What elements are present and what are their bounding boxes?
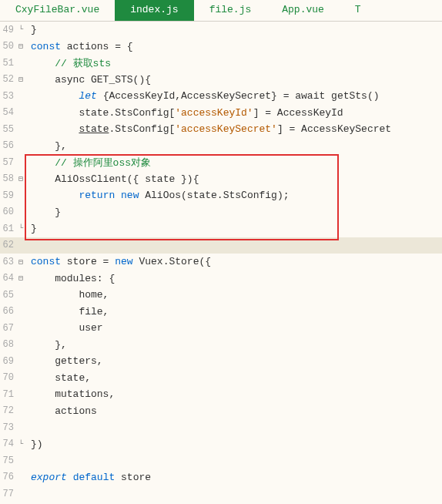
- code-line[interactable]: 65 home,: [0, 287, 442, 304]
- code-line[interactable]: 74└}): [0, 436, 442, 453]
- line-number: 72: [0, 405, 15, 416]
- line-number: 54: [0, 107, 15, 118]
- line-number: 77: [0, 489, 15, 499]
- fold-marker[interactable]: └: [15, 440, 26, 449]
- code-line[interactable]: 77: [0, 486, 442, 502]
- fold-marker[interactable]: └: [15, 224, 26, 233]
- code-line[interactable]: 55 state.StsConfig['accessKeySecret'] = …: [0, 121, 442, 138]
- line-number: 69: [0, 356, 15, 367]
- code-line[interactable]: 61└}: [0, 220, 442, 237]
- fold-marker[interactable]: ⊟: [15, 274, 26, 283]
- line-number: 50: [0, 41, 15, 52]
- line-number: 67: [0, 323, 15, 334]
- line-content[interactable]: },: [26, 339, 442, 351]
- line-number: 61: [0, 223, 15, 234]
- code-line[interactable]: 64⊟ modules: {: [0, 270, 442, 287]
- code-line[interactable]: 73: [0, 419, 442, 436]
- code-line[interactable]: 76export default store: [0, 469, 442, 486]
- line-number: 53: [0, 91, 15, 102]
- code-line[interactable]: 51 // 获取sts: [0, 55, 442, 72]
- line-number: 62: [0, 240, 15, 250]
- code-line[interactable]: 53 let {AccessKeyId,AccessKeySecret} = a…: [0, 88, 442, 105]
- code-line[interactable]: 66 file,: [0, 304, 442, 321]
- line-number: 75: [0, 455, 15, 466]
- line-content[interactable]: }): [26, 438, 442, 450]
- line-number: 74: [0, 438, 15, 449]
- code-line[interactable]: 72 actions: [0, 403, 442, 420]
- line-content[interactable]: return new AliOos(state.StsConfig);: [26, 190, 442, 201]
- line-content[interactable]: user: [26, 322, 442, 334]
- line-content[interactable]: file,: [26, 306, 442, 318]
- line-content[interactable]: async GET_STS(){: [26, 74, 442, 86]
- tab-bar: CxyFileBar.vueindex.jsfile.jsApp.vueT: [0, 0, 442, 22]
- code-line[interactable]: 54 state.StsConfig['accessKeyId'] = Acce…: [0, 105, 442, 122]
- line-number: 68: [0, 339, 15, 350]
- line-content[interactable]: state.StsConfig['accessKeyId'] = AccessK…: [26, 107, 442, 119]
- fold-marker[interactable]: ⊟: [15, 75, 26, 84]
- line-content[interactable]: mutations,: [26, 388, 442, 400]
- line-content[interactable]: actions: [26, 405, 442, 417]
- line-content[interactable]: AliOssClient({ state }){: [26, 173, 442, 185]
- code-line[interactable]: 68 },: [0, 337, 442, 354]
- line-number: 64: [0, 273, 15, 284]
- line-content[interactable]: getters,: [26, 355, 442, 367]
- tab-file-js[interactable]: file.js: [194, 0, 267, 21]
- line-content[interactable]: let {AccessKeyId,AccessKeySecret} = awai…: [26, 90, 442, 102]
- line-content[interactable]: }: [26, 207, 442, 218]
- line-content[interactable]: // 操作阿里oss对象: [26, 156, 442, 170]
- line-content[interactable]: home,: [26, 289, 442, 301]
- line-content[interactable]: state,: [26, 372, 442, 384]
- code-line[interactable]: 70 state,: [0, 370, 442, 387]
- code-line[interactable]: 49└}: [0, 22, 442, 39]
- tab-index-js[interactable]: index.js: [115, 0, 193, 21]
- code-line[interactable]: 58⊟ AliOssClient({ state }){: [0, 171, 442, 188]
- line-number: 60: [0, 207, 15, 217]
- line-number: 63: [0, 257, 15, 267]
- line-number: 70: [0, 372, 15, 383]
- fold-marker[interactable]: ⊟: [15, 42, 26, 51]
- line-content[interactable]: export default store: [26, 472, 442, 483]
- fold-marker[interactable]: ⊟: [15, 257, 26, 267]
- line-number: 76: [0, 472, 15, 482]
- line-content[interactable]: // 获取sts: [26, 56, 442, 70]
- code-line[interactable]: 69 getters,: [0, 353, 442, 370]
- line-number: 55: [0, 124, 15, 135]
- code-line[interactable]: 67 user: [0, 320, 442, 337]
- code-line[interactable]: 57 // 操作阿里oss对象: [0, 154, 442, 171]
- line-content[interactable]: }: [26, 24, 442, 35]
- line-number: 56: [0, 140, 15, 151]
- line-content[interactable]: modules: {: [26, 273, 442, 284]
- line-number: 51: [0, 58, 15, 69]
- code-line[interactable]: 62: [0, 237, 442, 254]
- line-content[interactable]: },: [26, 140, 442, 152]
- code-editor[interactable]: 49└}50⊟const actions = {51 // 获取sts52⊟ a…: [0, 22, 442, 504]
- code-line[interactable]: 71 mutations,: [0, 386, 442, 403]
- code-line[interactable]: 63⊟const store = new Vuex.Store({: [0, 254, 442, 270]
- line-number: 59: [0, 190, 15, 201]
- line-content[interactable]: const actions = {: [26, 41, 442, 52]
- fold-marker[interactable]: └: [15, 25, 26, 34]
- line-content[interactable]: state.StsConfig['accessKeySecret'] = Acc…: [26, 123, 442, 135]
- code-line[interactable]: 52⊟ async GET_STS(){: [0, 72, 442, 89]
- line-number: 71: [0, 389, 15, 400]
- line-number: 73: [0, 422, 15, 433]
- code-line[interactable]: 50⊟const actions = {: [0, 39, 442, 55]
- code-line[interactable]: 75: [0, 452, 442, 469]
- tab-app-vue[interactable]: App.vue: [266, 0, 340, 21]
- line-content[interactable]: }: [26, 223, 442, 234]
- line-number: 49: [0, 25, 15, 35]
- code-line[interactable]: 60 }: [0, 204, 442, 221]
- fold-marker[interactable]: ⊟: [15, 174, 26, 183]
- line-number: 58: [0, 173, 15, 184]
- tab-cxyfilebar-vue[interactable]: CxyFileBar.vue: [0, 0, 115, 21]
- line-number: 66: [0, 306, 15, 317]
- code-line[interactable]: 59 return new AliOos(state.StsConfig);: [0, 187, 442, 204]
- line-content[interactable]: const store = new Vuex.Store({: [26, 256, 442, 267]
- code-line[interactable]: 56 },: [0, 138, 442, 155]
- line-number: 52: [0, 74, 15, 85]
- line-number: 65: [0, 290, 15, 301]
- line-number: 57: [0, 157, 15, 168]
- tab-t[interactable]: T: [340, 0, 377, 21]
